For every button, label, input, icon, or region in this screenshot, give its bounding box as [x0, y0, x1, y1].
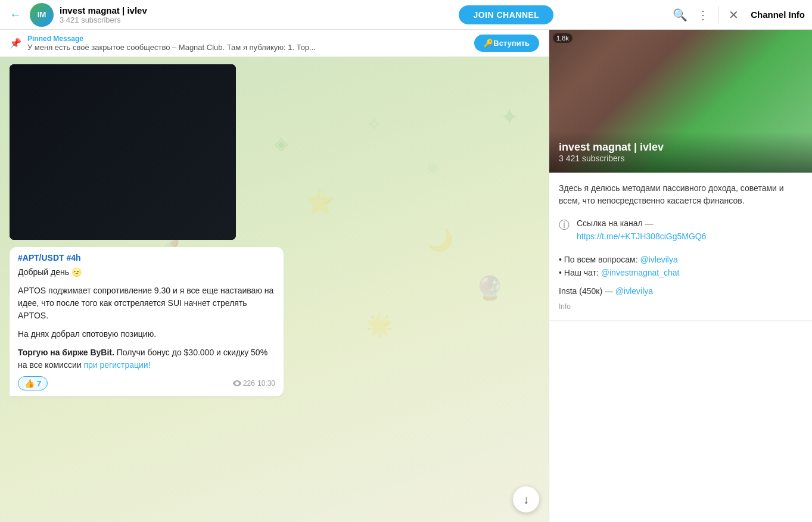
subscriber-badge: 1,8k — [553, 33, 573, 43]
pin-icon: 📌 — [10, 37, 21, 49]
close-panel-icon[interactable]: ✕ — [729, 8, 739, 22]
chat-header: ← IM invest magnat | ivlev 3 421 subscri… — [0, 0, 812, 30]
body-text-3: Торгую на бирже ByBit. Получи бонус до $… — [18, 346, 275, 371]
body-text-1: APTOS поджимает сопротивление 9.30 и я в… — [18, 285, 275, 322]
cover-channel-name: invest magnat | ivlev — [559, 141, 802, 154]
cover-subscriber-count: 3 421 subscribers — [559, 154, 802, 163]
channel-name: invest magnat | ivlev — [60, 5, 147, 15]
channel-description-section: Здесь я делюсь методами пассивного доход… — [549, 173, 812, 321]
channel-info-panel: invest magnat | ivlev 3 421 subscribers … — [549, 30, 812, 522]
info-label: Info — [559, 302, 802, 311]
channel-link[interactable]: https://t.me/+KTJH308ciGg5MGQ6 — [577, 232, 706, 241]
reaction-count: 7 — [37, 379, 41, 388]
panel-title-header: Channel Info — [751, 10, 805, 20]
svg-text:⭐: ⭐ — [305, 187, 336, 217]
pinned-message-bar: 📌 Pinned Message У меня есть своё закрыт… — [0, 30, 549, 57]
svg-text:🌙: 🌙 — [427, 227, 453, 252]
cover-overlay: invest magnat | ivlev 3 421 subscribers — [549, 132, 812, 173]
insta-link[interactable]: @ivlevilya — [615, 286, 653, 296]
svg-text:❋: ❋ — [427, 160, 440, 177]
info-icon: ⓘ — [559, 218, 570, 232]
contact-link-1[interactable]: @ivlevilya — [640, 255, 678, 264]
svg-text:🔮: 🔮 — [475, 274, 505, 302]
view-count: 226 — [233, 379, 255, 387]
bybit-text: Торгую на бирже ByBit. — [18, 348, 114, 357]
timeframe-tag: #4h — [67, 253, 81, 262]
pinned-join-button[interactable]: 🔑Вступить — [474, 35, 539, 52]
chat-scroll[interactable]: ★ ✦ ⬡ ◈ ✧ ❋ ✦ 🐱 🚀 ⭐ 🌙 💎 🎮 🎲 🌟 🔮 — [0, 57, 549, 522]
greeting-text: Добрый день 🌝 — [18, 266, 275, 279]
channel-cover-image: invest magnat | ivlev 3 421 subscribers … — [549, 30, 812, 173]
message-container: 8.5000 8.1911 8.1911 8.0132 7.7972 — [10, 64, 284, 396]
chat-area: 📌 Pinned Message У меня есть своё закрыт… — [0, 30, 549, 522]
message-tag: #АРТ/USDT #4h — [18, 253, 275, 262]
link-row: ⓘ Ссылка на канал — https://t.me/+KTJH30… — [559, 217, 802, 243]
search-icon[interactable]: 🔍 — [673, 8, 687, 22]
subscriber-count: 3 421 subscribers — [60, 15, 147, 24]
body-text-2: На днях добрал спотовую позицию. — [18, 328, 275, 340]
svg-text:✧: ✧ — [366, 113, 382, 135]
message-meta: 226 10:30 — [233, 379, 275, 387]
apt-tag: #АРТ — [18, 253, 39, 262]
views-icon — [233, 380, 241, 386]
reaction-emoji: 👍 — [24, 379, 35, 388]
more-options-icon[interactable]: ⋮ — [697, 8, 709, 22]
pinned-text: У меня есть своё закрытое сообщество – M… — [27, 43, 468, 52]
registration-link[interactable]: при регистрации! — [83, 360, 150, 370]
scroll-down-button[interactable]: ↓ — [513, 486, 539, 512]
trading-chart: 8.5000 8.1911 8.1911 8.0132 7.7972 — [10, 64, 236, 240]
contact-link-2[interactable]: @investmagnat_chat — [601, 268, 680, 277]
channel-avatar[interactable]: IM — [30, 3, 54, 27]
link-content: Ссылка на канал — https://t.me/+KTJH308c… — [577, 217, 706, 243]
usdt-tag: /USDT — [39, 253, 64, 262]
svg-text:✦: ✦ — [500, 104, 519, 130]
message-bubble: #АРТ/USDT #4h Добрый день 🌝 APTOS поджим… — [10, 247, 284, 396]
contact-info: • По всем вопросам: @ivlevilya • Наш чат… — [559, 253, 802, 298]
reaction-button[interactable]: 👍 7 — [18, 376, 48, 390]
message-footer: 👍 7 226 10:30 — [18, 376, 275, 390]
message-time: 10:30 — [257, 379, 275, 387]
message-text: Добрый день 🌝 APTOS поджимает сопротивле… — [18, 266, 275, 371]
back-button[interactable]: ← — [7, 5, 24, 24]
svg-text:🌟: 🌟 — [366, 311, 393, 338]
description-text: Здесь я делюсь методами пассивного доход… — [559, 182, 802, 207]
insta-line: Insta (450к) — @ivlevilya — [559, 285, 802, 298]
chart-overlay — [10, 64, 236, 240]
join-channel-button[interactable]: JOIN CHANNEL — [459, 5, 553, 24]
header-divider — [718, 6, 719, 24]
pinned-label: Pinned Message — [27, 35, 468, 43]
contact-line-2: • Наш чат: @investmagnat_chat — [559, 266, 802, 279]
link-label: Ссылка на канал — — [577, 218, 654, 228]
contact-line-1: • По всем вопросам: @ivlevilya — [559, 253, 802, 266]
